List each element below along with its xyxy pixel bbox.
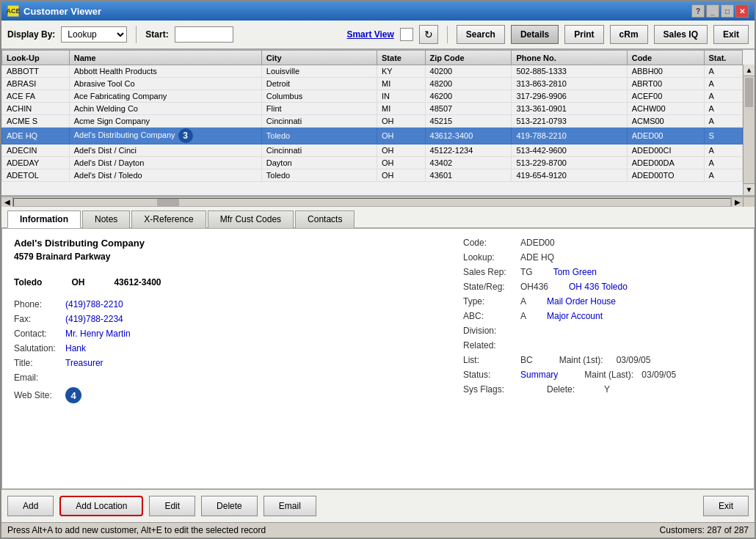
salutation-row: Salutation: Hank [14, 343, 448, 353]
tab-contacts[interactable]: Contacts [295, 210, 355, 228]
close-button[interactable]: ✕ [735, 4, 749, 18]
horizontal-scrollbar[interactable]: ◀ ▶ [1, 197, 755, 207]
smart-view-checkbox[interactable] [400, 28, 413, 41]
table-cell: A [704, 157, 742, 169]
table-cell: ACEF00 [627, 90, 704, 103]
sales-rep-name[interactable]: Tom Green [553, 267, 597, 277]
abc-name[interactable]: Major Account [547, 311, 603, 321]
table-row[interactable]: ABRASIAbrasive Tool CoDetroitMI48200313-… [2, 78, 743, 90]
table-row[interactable]: ADECINAdel's Dist / CinciCincinnatiOH451… [2, 144, 743, 157]
table-cell: A [704, 115, 742, 128]
scroll-thumb[interactable] [745, 78, 753, 107]
table-cell: Adel's Dist / Toledo [69, 169, 261, 182]
toolbar: Display By: Lookup Name Start: Smart Vie… [1, 21, 755, 50]
type-name[interactable]: Mail Order House [547, 296, 616, 307]
col-header-phone: Phone No. [512, 51, 627, 65]
table-row[interactable]: ACHINAchin Welding CoFlintMI48507313-361… [2, 103, 743, 115]
table-cell: A [704, 103, 742, 115]
table-cell: 513-229-8700 [512, 157, 627, 169]
h-scroll-thumb[interactable] [157, 199, 179, 206]
phone-row: Phone: (419)788-2210 [14, 299, 448, 309]
code-label: Code: [463, 238, 515, 248]
h-scroll-track[interactable] [13, 198, 731, 207]
col-header-zip: Zip Code [425, 51, 512, 65]
fax-value[interactable]: (419)788-2234 [65, 314, 123, 324]
maint-last-label: Maint (Last): [584, 370, 636, 380]
maximize-button[interactable]: □ [721, 4, 734, 18]
salutation-value[interactable]: Hank [65, 343, 86, 353]
scroll-up-button[interactable]: ▲ [744, 65, 755, 76]
minimize-button[interactable]: _ [706, 4, 719, 18]
tab-xreference[interactable]: X-Reference [131, 210, 206, 228]
table-cell: Flint [261, 103, 377, 115]
phone-value[interactable]: (419)788-2210 [65, 299, 123, 309]
table-header-row: Look-Up Name City State Zip Code Phone N… [2, 51, 743, 65]
fax-row: Fax: (419)788-2234 [14, 314, 448, 324]
customer-table-container: Look-Up Name City State Zip Code Phone N… [1, 50, 755, 197]
table-cell: Louisville [261, 65, 377, 78]
start-input[interactable] [175, 26, 233, 43]
title-row: Title: Treasurer [14, 358, 448, 368]
table-cell: 313-361-0901 [512, 103, 627, 115]
crm-button[interactable]: cRm [610, 25, 648, 44]
edit-button[interactable]: Edit [149, 496, 195, 516]
exit-button[interactable]: Exit [703, 496, 749, 516]
refresh-button[interactable]: ↻ [419, 25, 438, 44]
add-location-button[interactable]: Add Location [59, 496, 143, 516]
table-row[interactable]: ADEDAYAdel's Dist / DaytonDaytonOH434025… [2, 157, 743, 169]
scroll-right-button[interactable]: ▶ [731, 197, 743, 207]
scroll-down-button[interactable]: ▼ [744, 183, 755, 195]
detail-panel: Adel's Distributing Company 4579 Brainar… [1, 228, 755, 489]
table-row[interactable]: ADETOLAdel's Dist / ToledoToledoOH436014… [2, 169, 743, 182]
table-cell: ACHIN [2, 103, 70, 115]
sales-rep-label: Sales Rep: [463, 267, 515, 277]
table-row[interactable]: ACE FAAce Fabricating CompanyColumbusIN4… [2, 90, 743, 103]
details-button[interactable]: Details [511, 25, 559, 44]
table-row[interactable]: ADVANCAdvance FurnitureGaryIN46403219-87… [2, 182, 743, 183]
print-button[interactable]: Print [564, 25, 603, 44]
exit-toolbar-button[interactable]: Exit [713, 25, 749, 44]
contact-row: Contact: Mr. Henry Martin [14, 329, 448, 339]
tab-mfr-cust-codes[interactable]: Mfr Cust Codes [208, 210, 294, 228]
table-cell: 502-885-1333 [512, 65, 627, 78]
type-label: Type: [463, 296, 515, 307]
list-row: List: BC Maint (1st): 03/09/05 [463, 355, 742, 365]
status-label: Status: [463, 370, 515, 380]
contact-value[interactable]: Mr. Henry Martin [65, 329, 131, 339]
toolbar-separator-1 [136, 26, 137, 43]
scroll-left-button[interactable]: ◀ [1, 197, 13, 207]
table-cell: ABRASI [2, 78, 70, 90]
state-reg-name[interactable]: OH 436 Toledo [569, 282, 628, 292]
display-by-select[interactable]: Lookup Name [61, 26, 127, 43]
table-cell: 313-863-2810 [512, 78, 627, 90]
abc-label: ABC: [463, 311, 515, 321]
status-value[interactable]: Summary [520, 370, 558, 380]
table-cell: Detroit [261, 78, 377, 90]
type-row: Type: A Mail Order House [463, 296, 742, 307]
table-cell: 219-871-1524 [512, 182, 627, 183]
sales-iq-button[interactable]: Sales IQ [654, 25, 708, 44]
scroll-track[interactable] [744, 76, 755, 183]
search-button[interactable]: Search [457, 25, 505, 44]
delete-button[interactable]: Delete [201, 496, 258, 516]
smart-view-link[interactable]: Smart View [346, 29, 393, 40]
zip-value: 43612-3400 [114, 277, 161, 287]
email-button[interactable]: Email [263, 496, 316, 516]
vertical-scrollbar[interactable]: ▲ ▼ [743, 65, 755, 195]
table-cell: S [704, 128, 742, 144]
table-cell: ADVF00 [627, 182, 704, 183]
table-row[interactable]: ACME SAcme Sign CompanyCincinnatiOH45215… [2, 115, 743, 128]
title-controls: ? _ □ ✕ [691, 4, 749, 18]
customer-table: Look-Up Name City State Zip Code Phone N… [1, 50, 743, 182]
add-button[interactable]: Add [7, 496, 54, 516]
table-cell: A [704, 65, 742, 78]
type-value: A [520, 296, 526, 307]
table-row[interactable]: ADE HQAdel's Distributing Company3Toledo… [2, 128, 743, 144]
table-scroll[interactable]: Look-Up Name City State Zip Code Phone N… [1, 50, 755, 182]
tab-notes[interactable]: Notes [82, 210, 130, 228]
help-button[interactable]: ? [691, 4, 705, 18]
table-row[interactable]: ABBOTTAbbott Health ProductsLouisvilleKY… [2, 65, 743, 78]
title-value[interactable]: Treasurer [65, 358, 103, 368]
tab-information[interactable]: Information [7, 210, 81, 228]
table-cell: Columbus [261, 90, 377, 103]
